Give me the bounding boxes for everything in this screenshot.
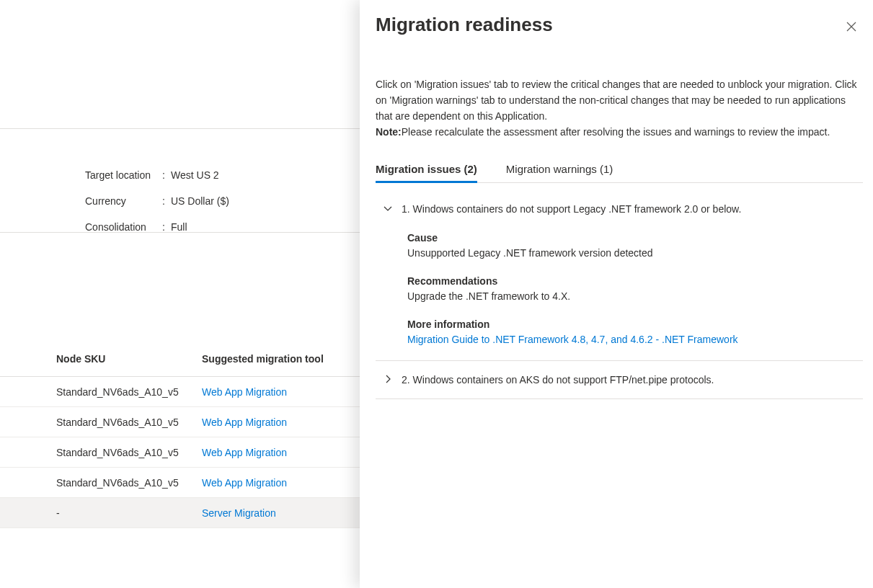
tab-migration-issues[interactable]: Migration issues (2): [376, 163, 477, 182]
cell-sku: Standard_NV6ads_A10_v5: [0, 386, 202, 398]
note-text: Please recalculate the assessment after …: [402, 126, 830, 138]
more-info-link[interactable]: Migration Guide to .NET Framework 4.8, 4…: [407, 331, 863, 347]
meta-colon: :: [162, 188, 171, 214]
section-text: Unsupported Legacy .NET framework versio…: [407, 245, 863, 261]
divider: [0, 128, 360, 129]
close-icon: [846, 22, 856, 34]
issue-item: 1. Windows containers do not support Leg…: [376, 190, 863, 361]
migration-readiness-panel: Migration readiness Click on 'Migration …: [360, 0, 873, 588]
meta-value: US Dollar ($): [171, 188, 229, 214]
issue-title: 1. Windows containers do not support Leg…: [402, 202, 741, 216]
meta-colon: :: [162, 214, 171, 240]
assessment-metadata: Target location : West US 2 Currency : U…: [85, 162, 229, 240]
meta-value: West US 2: [171, 162, 219, 188]
table-row[interactable]: Standard_NV6ads_A10_v5 Web App Migration: [0, 437, 360, 468]
meta-label: Consolidation: [85, 214, 162, 240]
column-header-sku[interactable]: Node SKU: [0, 353, 202, 365]
table-row[interactable]: Standard_NV6ads_A10_v5 Web App Migration: [0, 468, 360, 498]
panel-title: Migration readiness: [376, 13, 553, 36]
note-label: Note:: [376, 126, 402, 138]
meta-target-location: Target location : West US 2: [85, 162, 229, 188]
tabs: Migration issues (2) Migration warnings …: [376, 163, 863, 183]
panel-description: Click on 'Migration issues' tab to revie…: [376, 76, 863, 140]
cell-sku: -: [0, 507, 202, 519]
table-row[interactable]: Standard_NV6ads_A10_v5 Web App Migration: [0, 407, 360, 437]
column-header-tool[interactable]: Suggested migration tool: [202, 353, 360, 365]
section-label: Recommendations: [407, 274, 863, 288]
panel-header: Migration readiness: [376, 13, 863, 39]
issue-body: Cause Unsupported Legacy .NET framework …: [376, 231, 863, 360]
issue-more-info: More information Migration Guide to .NET…: [407, 317, 863, 347]
migration-tool-link[interactable]: Web App Migration: [202, 447, 360, 458]
issue-list: 1. Windows containers do not support Leg…: [376, 190, 863, 399]
results-table: Node SKU Suggested migration tool Standa…: [0, 353, 360, 528]
cell-sku: Standard_NV6ads_A10_v5: [0, 416, 202, 428]
table-header: Node SKU Suggested migration tool: [0, 353, 360, 377]
issue-toggle[interactable]: 1. Windows containers do not support Leg…: [376, 190, 863, 228]
section-label: Cause: [407, 231, 863, 245]
issue-cause: Cause Unsupported Legacy .NET framework …: [407, 231, 863, 261]
section-text: Upgrade the .NET framework to 4.X.: [407, 288, 863, 304]
table-row[interactable]: Standard_NV6ads_A10_v5 Web App Migration: [0, 377, 360, 407]
meta-colon: :: [162, 162, 171, 188]
cell-sku: Standard_NV6ads_A10_v5: [0, 447, 202, 458]
meta-label: Currency: [85, 188, 162, 214]
table-row[interactable]: - Server Migration: [0, 498, 360, 528]
migration-tool-link[interactable]: Web App Migration: [202, 386, 360, 398]
migration-tool-link[interactable]: Web App Migration: [202, 416, 360, 428]
issue-title: 2. Windows containers on AKS do not supp…: [402, 373, 714, 387]
section-label: More information: [407, 317, 863, 331]
issue-toggle[interactable]: 2. Windows containers on AKS do not supp…: [376, 361, 863, 398]
issue-item: 2. Windows containers on AKS do not supp…: [376, 361, 863, 399]
description-text: Click on 'Migration issues' tab to revie…: [376, 79, 857, 122]
meta-value: Full: [171, 214, 187, 240]
issue-recommendations: Recommendations Upgrade the .NET framewo…: [407, 274, 863, 304]
divider: [0, 232, 360, 233]
meta-consolidation: Consolidation : Full: [85, 214, 229, 240]
tab-migration-warnings[interactable]: Migration warnings (1): [506, 163, 613, 182]
migration-tool-link[interactable]: Web App Migration: [202, 477, 360, 489]
meta-label: Target location: [85, 162, 162, 188]
cell-sku: Standard_NV6ads_A10_v5: [0, 477, 202, 489]
chevron-right-icon: [383, 374, 394, 386]
migration-tool-link[interactable]: Server Migration: [202, 507, 360, 519]
close-button[interactable]: [840, 16, 863, 39]
meta-currency: Currency : US Dollar ($): [85, 188, 229, 214]
chevron-down-icon: [383, 203, 394, 215]
